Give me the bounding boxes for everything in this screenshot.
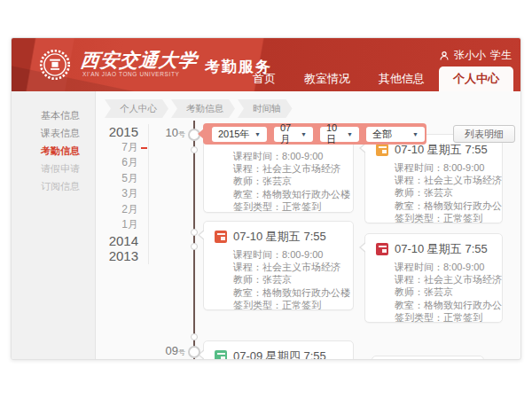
university-logo-icon [39,49,71,81]
scale-month-jun[interactable]: 6月 [98,155,138,171]
user-account[interactable]: 张小小 学生 [439,48,512,63]
user-role: 学生 [490,48,512,63]
chevron-down-icon: ▼ [347,131,353,137]
nav-tab-home[interactable]: 首页 [239,66,290,91]
university-name-en: XI'AN JIAO TONG UNIVERSITY [82,71,179,77]
calendar-status-icon [215,350,227,360]
timeline-node-day09[interactable] [188,346,200,358]
scale-year-2013[interactable]: 2013 [98,248,138,264]
app-header: 西安交通大学 XI'AN JIAO TONG UNIVERSITY 考勤服务 张… [12,38,520,91]
breadcrumb: 个人中心 考勤信息 时间轴 [105,99,293,118]
classroom: 教室：格物致知行政办公楼 [365,200,502,212]
timeline-node-small-1 [191,146,198,153]
chevron-down-icon: ▼ [412,131,419,137]
chevron-down-icon: ▼ [254,131,261,137]
scale-month-feb[interactable]: 2月 [98,202,138,218]
university-name: 西安交通大学 [80,48,200,73]
calendar-status-icon [215,231,227,243]
timeline-node-small-3 [191,243,198,250]
course-time: 课程时间：8:00-9:00 [204,150,353,162]
type-dropdown[interactable]: 全部 ▼ [366,127,425,142]
course-name: 课程：社会主义市场经济 [204,261,353,273]
card-date: 07-09 星期四 7:55 [233,348,326,360]
card-date: 07-10 星期五 7:55 [233,229,326,245]
nav-tab-personal-center[interactable]: 个人中心 [439,66,513,91]
calendar-status-icon [376,144,388,156]
breadcrumb-timeline[interactable]: 时间轴 [238,99,293,118]
checkin-type: 签到类型：正常签到 [204,299,353,311]
day-dropdown[interactable]: 10日 ▼ [320,127,359,142]
sidebar-item-leave-request[interactable]: 请假申请 [12,160,95,177]
nav-tab-classrooms[interactable]: 教室情况 [290,66,364,91]
classroom: 教室：格物致知行政办公楼 [204,188,353,200]
scale-month-jan[interactable]: 1月 [98,217,138,233]
attendance-card: 07-09 星期四 7:55 [203,340,354,360]
card-arrow [198,230,204,240]
sidebar: 基本信息 课表信息 考勤信息 请假申请 订阅信息 [12,91,96,360]
checkin-type: 签到类型：正常签到 [365,311,502,324]
breadcrumb-personal-center[interactable]: 个人中心 [105,99,168,118]
teacher: 教师：张芸京 [204,273,353,286]
course-name: 课程：社会主义市场经济 [204,162,353,175]
attendance-card: 07-10 星期五 7:55 课程时间：8:00-9:00 课程：社会主义市场经… [364,233,503,323]
classroom: 教室：格物致知行政办公楼 [365,299,502,311]
timeline-axis [193,121,195,360]
card-date: 07-10 星期五 7:55 [395,241,488,257]
nav-tab-other-info[interactable]: 其他信息 [364,66,439,91]
teacher: 教师：张芸京 [365,286,502,298]
course-time: 课程时间：8:00-9:00 [365,161,502,174]
card-arrow [359,242,365,253]
course-name: 课程：社会主义市场经济 [365,174,502,186]
timeline-node-small-4 [191,333,198,340]
person-icon [439,51,450,61]
page-background: 西安交通大学 XI'AN JIAO TONG UNIVERSITY 考勤服务 张… [0,0,532,399]
date-filter-bar: 2015年 ▼ 07月 ▼ 10日 ▼ 全部 ▼ [203,123,426,145]
year-dropdown[interactable]: 2015年 ▼ [212,127,267,142]
current-month-marker [141,147,147,149]
checkin-type: 签到类型：正常签到 [365,212,502,224]
attendance-card: 07-10 星期五 7:55 课程时间：8:00-9:00 课程：社会主义市场经… [203,221,354,310]
classroom: 教室：格物致知行政办公楼 [204,286,353,299]
teacher: 教师：张芸京 [365,186,502,199]
day-marker-09: 09号 [146,344,185,357]
scale-year-2015[interactable]: 2015 [98,124,138,140]
main-nav: 首页 教室情况 其他信息 个人中心 [239,66,513,91]
user-name: 张小小 [454,48,486,63]
chevron-down-icon: ▼ [301,131,307,137]
sidebar-item-schedule-info[interactable]: 课表信息 [12,124,95,142]
timeline-node-small-2 [191,229,198,236]
course-name: 课程：社会主义市场经济 [365,273,502,286]
calendar-status-icon [376,243,388,255]
teacher: 教师：张芸京 [204,175,353,187]
app-window: 西安交通大学 XI'AN JIAO TONG UNIVERSITY 考勤服务 张… [11,37,521,360]
list-detail-button[interactable]: 列表明细 [453,125,515,143]
course-time: 课程时间：8:00-9:00 [365,261,502,273]
scale-month-mar[interactable]: 3月 [98,186,138,202]
timeline-scale: 2015 7月 6月 5月 3月 2月 1月 2014 2013 [98,124,149,264]
month-dropdown[interactable]: 07月 ▼ [274,127,313,142]
attendance-card-clipped [372,356,484,360]
scale-month-may[interactable]: 5月 [98,171,138,187]
sidebar-item-subscription-info[interactable]: 订阅信息 [12,177,95,195]
scale-month-jul[interactable]: 7月 [98,140,138,156]
attendance-card: 07-10 星期五 7:55 课程时间：8:00-9:00 课程：社会主义市场经… [364,134,503,223]
course-time: 课程时间：8:00-9:00 [204,248,353,261]
sidebar-item-attendance-info[interactable]: 考勤信息 [12,142,95,160]
day-marker-10: 10号 [146,126,185,139]
scale-year-2014[interactable]: 2014 [98,233,138,249]
breadcrumb-attendance-info[interactable]: 考勤信息 [171,99,235,118]
sidebar-item-basic-info[interactable]: 基本信息 [12,106,95,124]
checkin-type: 签到类型：正常签到 [204,200,353,213]
